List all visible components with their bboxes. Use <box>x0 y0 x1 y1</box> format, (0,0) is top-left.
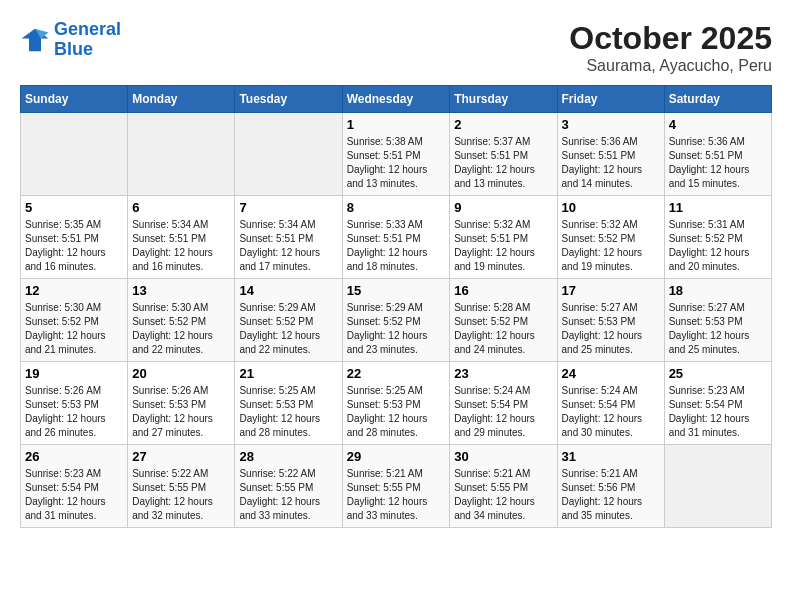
day-number: 27 <box>132 449 230 464</box>
day-info: Sunrise: 5:37 AMSunset: 5:51 PMDaylight:… <box>454 135 552 191</box>
calendar-cell: 21Sunrise: 5:25 AMSunset: 5:53 PMDayligh… <box>235 362 342 445</box>
day-info: Sunrise: 5:22 AMSunset: 5:55 PMDaylight:… <box>239 467 337 523</box>
day-info: Sunrise: 5:25 AMSunset: 5:53 PMDaylight:… <box>239 384 337 440</box>
calendar-cell: 4Sunrise: 5:36 AMSunset: 5:51 PMDaylight… <box>664 113 771 196</box>
calendar-cell: 29Sunrise: 5:21 AMSunset: 5:55 PMDayligh… <box>342 445 450 528</box>
day-number: 16 <box>454 283 552 298</box>
calendar-cell: 27Sunrise: 5:22 AMSunset: 5:55 PMDayligh… <box>128 445 235 528</box>
day-info: Sunrise: 5:26 AMSunset: 5:53 PMDaylight:… <box>132 384 230 440</box>
day-info: Sunrise: 5:26 AMSunset: 5:53 PMDaylight:… <box>25 384 123 440</box>
logo-line1: General <box>54 19 121 39</box>
calendar-cell <box>235 113 342 196</box>
calendar-cell <box>21 113 128 196</box>
calendar-cell: 31Sunrise: 5:21 AMSunset: 5:56 PMDayligh… <box>557 445 664 528</box>
calendar-cell: 26Sunrise: 5:23 AMSunset: 5:54 PMDayligh… <box>21 445 128 528</box>
day-number: 14 <box>239 283 337 298</box>
day-number: 29 <box>347 449 446 464</box>
weekday-header: Sunday <box>21 86 128 113</box>
calendar-body: 1Sunrise: 5:38 AMSunset: 5:51 PMDaylight… <box>21 113 772 528</box>
calendar-cell: 18Sunrise: 5:27 AMSunset: 5:53 PMDayligh… <box>664 279 771 362</box>
day-number: 21 <box>239 366 337 381</box>
day-number: 8 <box>347 200 446 215</box>
day-info: Sunrise: 5:25 AMSunset: 5:53 PMDaylight:… <box>347 384 446 440</box>
logo: General Blue <box>20 20 121 60</box>
calendar-cell: 6Sunrise: 5:34 AMSunset: 5:51 PMDaylight… <box>128 196 235 279</box>
day-info: Sunrise: 5:22 AMSunset: 5:55 PMDaylight:… <box>132 467 230 523</box>
day-info: Sunrise: 5:24 AMSunset: 5:54 PMDaylight:… <box>454 384 552 440</box>
calendar-cell: 8Sunrise: 5:33 AMSunset: 5:51 PMDaylight… <box>342 196 450 279</box>
day-info: Sunrise: 5:34 AMSunset: 5:51 PMDaylight:… <box>239 218 337 274</box>
day-number: 23 <box>454 366 552 381</box>
calendar-cell: 19Sunrise: 5:26 AMSunset: 5:53 PMDayligh… <box>21 362 128 445</box>
day-info: Sunrise: 5:29 AMSunset: 5:52 PMDaylight:… <box>347 301 446 357</box>
day-number: 4 <box>669 117 767 132</box>
day-number: 2 <box>454 117 552 132</box>
day-number: 25 <box>669 366 767 381</box>
day-info: Sunrise: 5:30 AMSunset: 5:52 PMDaylight:… <box>25 301 123 357</box>
calendar-cell: 11Sunrise: 5:31 AMSunset: 5:52 PMDayligh… <box>664 196 771 279</box>
day-number: 1 <box>347 117 446 132</box>
location: Saurama, Ayacucho, Peru <box>569 57 772 75</box>
calendar-cell: 10Sunrise: 5:32 AMSunset: 5:52 PMDayligh… <box>557 196 664 279</box>
day-info: Sunrise: 5:28 AMSunset: 5:52 PMDaylight:… <box>454 301 552 357</box>
calendar-cell: 30Sunrise: 5:21 AMSunset: 5:55 PMDayligh… <box>450 445 557 528</box>
day-info: Sunrise: 5:27 AMSunset: 5:53 PMDaylight:… <box>562 301 660 357</box>
day-number: 15 <box>347 283 446 298</box>
day-number: 11 <box>669 200 767 215</box>
logo-text: General Blue <box>54 20 121 60</box>
calendar-cell: 14Sunrise: 5:29 AMSunset: 5:52 PMDayligh… <box>235 279 342 362</box>
day-info: Sunrise: 5:21 AMSunset: 5:56 PMDaylight:… <box>562 467 660 523</box>
month-title: October 2025 <box>569 20 772 57</box>
weekday-header: Friday <box>557 86 664 113</box>
calendar-cell: 25Sunrise: 5:23 AMSunset: 5:54 PMDayligh… <box>664 362 771 445</box>
day-number: 5 <box>25 200 123 215</box>
day-number: 3 <box>562 117 660 132</box>
calendar-cell: 5Sunrise: 5:35 AMSunset: 5:51 PMDaylight… <box>21 196 128 279</box>
day-info: Sunrise: 5:36 AMSunset: 5:51 PMDaylight:… <box>562 135 660 191</box>
day-number: 12 <box>25 283 123 298</box>
calendar-week-row: 26Sunrise: 5:23 AMSunset: 5:54 PMDayligh… <box>21 445 772 528</box>
day-info: Sunrise: 5:34 AMSunset: 5:51 PMDaylight:… <box>132 218 230 274</box>
weekday-header: Tuesday <box>235 86 342 113</box>
day-info: Sunrise: 5:33 AMSunset: 5:51 PMDaylight:… <box>347 218 446 274</box>
day-info: Sunrise: 5:38 AMSunset: 5:51 PMDaylight:… <box>347 135 446 191</box>
calendar-cell: 24Sunrise: 5:24 AMSunset: 5:54 PMDayligh… <box>557 362 664 445</box>
calendar-cell: 16Sunrise: 5:28 AMSunset: 5:52 PMDayligh… <box>450 279 557 362</box>
weekday-header: Saturday <box>664 86 771 113</box>
day-number: 10 <box>562 200 660 215</box>
day-number: 24 <box>562 366 660 381</box>
calendar-cell: 22Sunrise: 5:25 AMSunset: 5:53 PMDayligh… <box>342 362 450 445</box>
day-number: 26 <box>25 449 123 464</box>
calendar-week-row: 12Sunrise: 5:30 AMSunset: 5:52 PMDayligh… <box>21 279 772 362</box>
calendar-cell <box>664 445 771 528</box>
day-info: Sunrise: 5:30 AMSunset: 5:52 PMDaylight:… <box>132 301 230 357</box>
day-number: 6 <box>132 200 230 215</box>
calendar-cell <box>128 113 235 196</box>
day-info: Sunrise: 5:35 AMSunset: 5:51 PMDaylight:… <box>25 218 123 274</box>
calendar-cell: 9Sunrise: 5:32 AMSunset: 5:51 PMDaylight… <box>450 196 557 279</box>
day-info: Sunrise: 5:32 AMSunset: 5:51 PMDaylight:… <box>454 218 552 274</box>
day-info: Sunrise: 5:21 AMSunset: 5:55 PMDaylight:… <box>454 467 552 523</box>
day-info: Sunrise: 5:31 AMSunset: 5:52 PMDaylight:… <box>669 218 767 274</box>
calendar-cell: 3Sunrise: 5:36 AMSunset: 5:51 PMDaylight… <box>557 113 664 196</box>
calendar-week-row: 5Sunrise: 5:35 AMSunset: 5:51 PMDaylight… <box>21 196 772 279</box>
day-number: 17 <box>562 283 660 298</box>
calendar-cell: 13Sunrise: 5:30 AMSunset: 5:52 PMDayligh… <box>128 279 235 362</box>
weekday-header: Wednesday <box>342 86 450 113</box>
day-info: Sunrise: 5:27 AMSunset: 5:53 PMDaylight:… <box>669 301 767 357</box>
day-number: 9 <box>454 200 552 215</box>
calendar-header-row: SundayMondayTuesdayWednesdayThursdayFrid… <box>21 86 772 113</box>
calendar-cell: 1Sunrise: 5:38 AMSunset: 5:51 PMDaylight… <box>342 113 450 196</box>
calendar-cell: 23Sunrise: 5:24 AMSunset: 5:54 PMDayligh… <box>450 362 557 445</box>
day-info: Sunrise: 5:21 AMSunset: 5:55 PMDaylight:… <box>347 467 446 523</box>
day-number: 20 <box>132 366 230 381</box>
calendar-table: SundayMondayTuesdayWednesdayThursdayFrid… <box>20 85 772 528</box>
day-info: Sunrise: 5:23 AMSunset: 5:54 PMDaylight:… <box>669 384 767 440</box>
calendar-cell: 28Sunrise: 5:22 AMSunset: 5:55 PMDayligh… <box>235 445 342 528</box>
day-info: Sunrise: 5:36 AMSunset: 5:51 PMDaylight:… <box>669 135 767 191</box>
calendar-cell: 12Sunrise: 5:30 AMSunset: 5:52 PMDayligh… <box>21 279 128 362</box>
title-block: October 2025 Saurama, Ayacucho, Peru <box>569 20 772 75</box>
calendar-week-row: 19Sunrise: 5:26 AMSunset: 5:53 PMDayligh… <box>21 362 772 445</box>
logo-line2: Blue <box>54 40 121 60</box>
weekday-header: Thursday <box>450 86 557 113</box>
